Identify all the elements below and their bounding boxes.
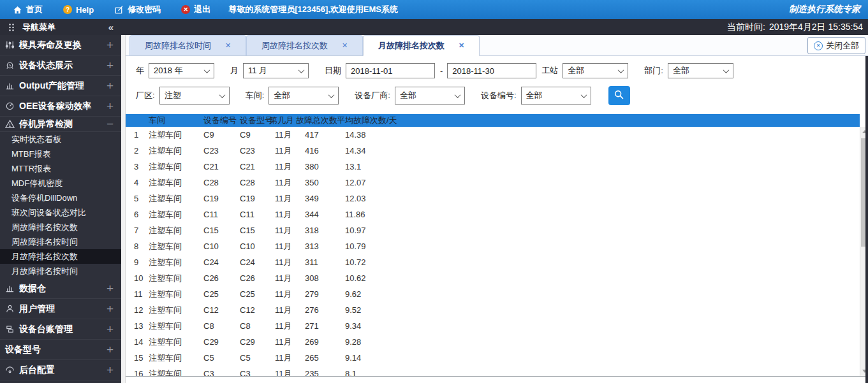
sidebar-group-模具寿命及更换[interactable]: 模具寿命及更换+ xyxy=(0,35,121,55)
right-edge-strip xyxy=(865,56,868,383)
device-id-select[interactable]: 全部 xyxy=(521,87,591,105)
sidebar-item-MTTR报表[interactable]: MTTR报表 xyxy=(0,161,121,176)
home-button[interactable]: 首页 xyxy=(13,4,43,15)
sidebar-splitter[interactable] xyxy=(121,35,126,383)
tab-月故障排名按次数[interactable]: 月故障排名按次数✕ xyxy=(363,35,480,56)
cell-index: 14 xyxy=(126,334,149,350)
sidebar-group-数据仓[interactable]: 数据仓+ xyxy=(0,278,121,299)
expand-plus-icon[interactable]: + xyxy=(107,303,114,315)
cell-故障总次数: 279 xyxy=(305,286,345,302)
cell-车间: 注塑车间 xyxy=(149,175,203,191)
expand-plus-icon[interactable]: + xyxy=(107,364,114,376)
table-row: 10注塑车间C26C2611月30810.62 xyxy=(126,270,860,286)
ledger-icon xyxy=(5,324,19,335)
cell-第几月: 11月 xyxy=(275,302,305,318)
cell-平均故障次数/天: 12.03 xyxy=(345,191,860,206)
table-row: 13注塑车间C8C811月2719.34 xyxy=(126,318,860,334)
table-row: 14注塑车间C29C2911月2699.28 xyxy=(126,334,860,350)
cell-车间: 注塑车间 xyxy=(149,191,203,206)
sidebar-group-用户管理[interactable]: 用户管理+ xyxy=(0,299,121,319)
sidebar-group-设备型号[interactable]: 设备型号+ xyxy=(0,340,121,360)
cell-平均故障次数/天: 14.38 xyxy=(345,127,860,143)
help-button[interactable]: ? Help xyxy=(63,5,94,15)
cell-index: 7 xyxy=(126,222,149,238)
expand-plus-icon[interactable]: + xyxy=(107,80,114,92)
sidebar-item-班次间设备状态对比[interactable]: 班次间设备状态对比 xyxy=(0,205,121,220)
report-panel: 年2018 年月11 月日期2018-11-01-2018-11-30工站全部部… xyxy=(126,56,868,383)
year-filter: 年2018 年 xyxy=(136,63,214,78)
logout-button[interactable]: ✕ 退出 xyxy=(181,4,210,15)
date-end-input[interactable]: 2018-11-30 xyxy=(447,63,536,78)
collapse-minus-icon[interactable]: − xyxy=(107,118,114,130)
table-row: 5注塑车间C19C1911月34912.03 xyxy=(126,191,860,206)
second-bar: 导航菜单 « 当前时间: 2019年4月2日 15:35:54 xyxy=(0,19,868,35)
station-filter: 工站全部 xyxy=(541,63,628,78)
year-select[interactable]: 2018 年 xyxy=(149,63,214,78)
department-select[interactable]: 全部 xyxy=(668,63,733,78)
sidebar-group-设备状态展示[interactable]: 设备状态展示+ xyxy=(0,55,121,76)
cell-第几月: 11月 xyxy=(275,143,305,159)
warning-icon xyxy=(5,119,19,129)
plant-area-select[interactable]: 注塑 xyxy=(159,87,230,105)
result-table-wrap: 车间设备编号设备型号第几月故障总次数平均故障次数/天 1注塑车间C9C911月4… xyxy=(126,114,868,377)
change-password-button[interactable]: 修改密码 xyxy=(114,4,161,15)
expand-plus-icon[interactable]: + xyxy=(107,100,114,112)
expand-plus-icon[interactable]: + xyxy=(107,39,114,51)
cell-车间: 注塑车间 xyxy=(149,159,203,175)
expand-plus-icon[interactable]: + xyxy=(107,323,114,335)
chevron-down-icon xyxy=(219,92,225,98)
month-select[interactable]: 11 月 xyxy=(243,63,309,78)
date-start-value: 2018-11-01 xyxy=(351,66,393,76)
tab-close-icon[interactable]: ✕ xyxy=(225,41,231,50)
cell-故障总次数: 380 xyxy=(305,159,345,175)
cell-平均故障次数/天: 12.07 xyxy=(345,175,860,191)
tab-周故障排名按次数[interactable]: 周故障排名按次数✕ xyxy=(246,35,363,55)
cell-设备编号: C21 xyxy=(203,159,240,175)
sidebar-collapse-icon[interactable]: « xyxy=(108,22,114,33)
expand-plus-icon[interactable]: + xyxy=(107,282,114,294)
expand-plus-icon[interactable]: + xyxy=(107,343,114,356)
vendor-value: 全部 xyxy=(400,90,416,101)
sidebar-item-设备停机DillDown[interactable]: 设备停机DillDown xyxy=(0,191,121,205)
workshop-select[interactable]: 全部 xyxy=(268,87,339,105)
tab-close-icon[interactable]: ✕ xyxy=(342,41,348,50)
logout-label: 退出 xyxy=(194,4,210,15)
table-row: 12注塑车间C12C1211月2769.52 xyxy=(126,302,860,318)
sidebar-item-月故障排名按次数[interactable]: 月故障排名按次数 xyxy=(0,249,121,264)
filter-area: 年2018 年月11 月日期2018-11-01-2018-11-30工站全部部… xyxy=(126,56,868,114)
sidebar-item-周故障排名按次数[interactable]: 周故障排名按次数 xyxy=(0,220,121,235)
sidebar-group-OEE设备稼动效率[interactable]: OEE设备稼动效率+ xyxy=(0,96,121,117)
sidebar-group-label: Output产能管理 xyxy=(19,80,84,92)
sidebar-group-label: 后台配置 xyxy=(19,365,55,376)
expand-plus-icon[interactable]: + xyxy=(107,59,114,71)
vendor-select[interactable]: 全部 xyxy=(395,87,465,105)
sidebar-group-设备台账管理[interactable]: 设备台账管理+ xyxy=(0,319,121,340)
search-button[interactable] xyxy=(608,86,630,105)
chevron-down-icon xyxy=(298,67,305,73)
result-table: 车间设备编号设备型号第几月故障总次数平均故障次数/天 1注塑车间C9C911月4… xyxy=(126,114,860,377)
chevron-down-icon xyxy=(723,67,730,73)
sidebar-group-后台配置[interactable]: 后台配置+ xyxy=(0,360,121,380)
station-value: 全部 xyxy=(568,65,584,76)
chevron-down-icon xyxy=(618,67,624,73)
sidebar-item-MDF停机密度[interactable]: MDF停机密度 xyxy=(0,176,121,191)
plant-area-value: 注塑 xyxy=(165,90,181,101)
station-select[interactable]: 全部 xyxy=(563,63,628,78)
sidebar-item-周故障排名按时间[interactable]: 周故障排名按时间 xyxy=(0,235,121,249)
department-label: 部门: xyxy=(644,65,663,76)
tab-close-icon[interactable]: ✕ xyxy=(459,41,464,50)
date-start-input[interactable]: 2018-11-01 xyxy=(346,63,435,78)
cell-index: 3 xyxy=(126,159,149,175)
bell-icon xyxy=(5,61,19,71)
close-all-tabs-button[interactable]: ✕ 关闭全部 xyxy=(807,37,865,54)
sidebar-item-实时状态看板[interactable]: 实时状态看板 xyxy=(0,132,121,147)
sidebar-group-停机异常检测[interactable]: 停机异常检测− xyxy=(0,117,121,132)
table-row: 9注塑车间C24C2411月31110.72 xyxy=(126,254,860,270)
sidebar-group-Output产能管理[interactable]: Output产能管理+ xyxy=(0,76,121,96)
tab-周故障排名按时间[interactable]: 周故障排名按时间✕ xyxy=(129,35,246,55)
nav-menu-header: 导航菜单 « xyxy=(0,19,121,35)
sidebar-item-MTBF报表[interactable]: MTBF报表 xyxy=(0,147,121,161)
cell-第几月: 11月 xyxy=(275,366,305,377)
filter-row-2: 厂区:注塑车间:全部设备厂商:全部设备编号:全部 xyxy=(136,86,868,105)
sidebar-item-月故障排名按时间[interactable]: 月故障排名按时间 xyxy=(0,264,121,278)
